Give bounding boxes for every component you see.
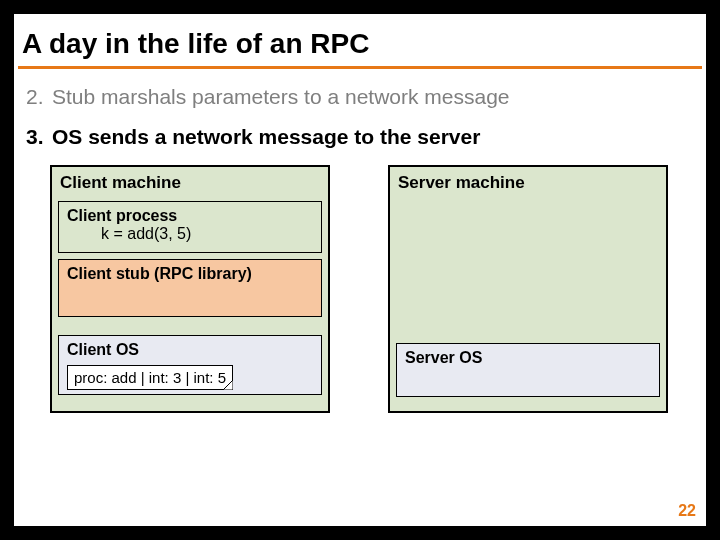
step-2: 2.Stub marshals parameters to a network … <box>22 81 698 121</box>
server-os-box: Server OS <box>396 343 660 397</box>
server-os-title: Server OS <box>405 349 651 367</box>
client-machine-box: Client machine Client process k = add(3,… <box>50 165 330 413</box>
rpc-diagram: Client machine Client process k = add(3,… <box>50 165 684 425</box>
step-text: Stub marshals parameters to a network me… <box>52 85 510 108</box>
client-process-box: Client process k = add(3, 5) <box>58 201 322 253</box>
client-stub-title: Client stub (RPC library) <box>67 265 313 283</box>
step-text: OS sends a network message to the server <box>52 125 480 148</box>
client-os-title: Client OS <box>67 341 313 359</box>
server-machine-label: Server machine <box>390 167 666 197</box>
step-3: 3.OS sends a network message to the serv… <box>22 121 698 161</box>
client-machine-label: Client machine <box>52 167 328 197</box>
step-number: 2. <box>26 85 52 109</box>
step-number: 3. <box>26 125 52 149</box>
folded-corner-icon <box>223 380 233 390</box>
client-process-call: k = add(3, 5) <box>67 225 313 243</box>
client-process-title: Client process <box>67 207 313 225</box>
marshalled-message: proc: add | int: 3 | int: 5 <box>67 365 233 390</box>
step-list: 2.Stub marshals parameters to a network … <box>14 79 706 161</box>
page-number: 22 <box>678 502 696 520</box>
server-machine-box: Server machine Server OS <box>388 165 668 413</box>
svg-marker-0 <box>223 380 233 390</box>
title-underline <box>18 66 702 69</box>
slide: A day in the life of an RPC 2.Stub marsh… <box>14 14 706 526</box>
message-text: proc: add | int: 3 | int: 5 <box>74 369 226 386</box>
client-stub-box: Client stub (RPC library) <box>58 259 322 317</box>
client-os-box: Client OS proc: add | int: 3 | int: 5 <box>58 335 322 395</box>
slide-title: A day in the life of an RPC <box>14 14 706 66</box>
